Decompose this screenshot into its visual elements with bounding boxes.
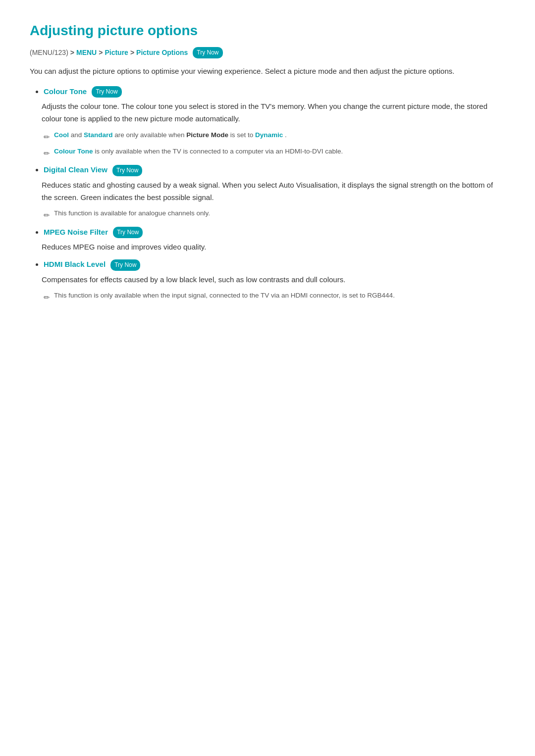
page-title: Adjusting picture options xyxy=(30,20,505,42)
list-item-mpeg-noise-filter: MPEG Noise Filter Try Now Reduces MPEG n… xyxy=(44,226,505,253)
colour-tone-description: Adjusts the colour tone. The colour tone… xyxy=(42,101,505,125)
digital-clean-view-note-1: ✏ This function is available for analogu… xyxy=(44,208,505,221)
colour-tone-try-now[interactable]: Try Now xyxy=(92,86,121,98)
cool-link[interactable]: Cool xyxy=(54,131,69,139)
pencil-icon-4: ✏ xyxy=(44,292,50,303)
mpeg-noise-filter-try-now[interactable]: Try Now xyxy=(113,227,143,238)
digital-clean-view-note-1-text: This function is available for analogue … xyxy=(54,208,505,219)
colour-tone-note-2: ✏ Colour Tone is only available when the… xyxy=(44,147,505,159)
breadcrumb-chevron2: > xyxy=(99,47,103,58)
pencil-icon-2: ✏ xyxy=(44,148,50,159)
breadcrumb: (MENU/123) > MENU > Picture > Picture Op… xyxy=(30,47,505,58)
colour-tone-note-2-text: Colour Tone is only available when the T… xyxy=(54,147,505,157)
hdmi-black-level-title: HDMI Black Level xyxy=(44,260,106,268)
pencil-icon-3: ✏ xyxy=(44,209,50,221)
list-item-digital-clean-view: Digital Clean View Try Now Reduces stati… xyxy=(44,164,505,221)
digital-clean-view-title: Digital Clean View xyxy=(44,165,107,174)
hdmi-black-level-try-now[interactable]: Try Now xyxy=(110,259,140,271)
breadcrumb-menu[interactable]: MENU xyxy=(76,47,97,58)
hdmi-black-level-note-1-text: This function is only available when the… xyxy=(54,291,505,301)
digital-clean-view-try-now[interactable]: Try Now xyxy=(112,165,142,176)
features-list: Colour Tone Try Now Adjusts the colour t… xyxy=(30,86,505,303)
colour-tone-note-1-text: Cool and Standard are only available whe… xyxy=(54,130,505,141)
pencil-icon-1: ✏ xyxy=(44,131,50,143)
colour-tone-ref: Colour Tone xyxy=(54,148,93,155)
breadcrumb-picture-options[interactable]: Picture Options xyxy=(136,47,188,58)
colour-tone-note-1: ✏ Cool and Standard are only available w… xyxy=(44,130,505,143)
breadcrumb-chevron1: > xyxy=(70,47,74,58)
mpeg-noise-filter-title: MPEG Noise Filter xyxy=(44,228,108,236)
mpeg-noise-filter-description: Reduces MPEG noise and improves video qu… xyxy=(42,241,505,253)
intro-text: You can adjust the picture options to op… xyxy=(30,65,505,78)
auto-visualisation-link[interactable]: Auto Visualisation xyxy=(279,181,338,189)
standard-link[interactable]: Standard xyxy=(84,131,113,139)
breadcrumb-part1: (MENU/123) xyxy=(30,47,68,58)
picture-mode-ref: Picture Mode xyxy=(186,131,228,139)
digital-clean-view-description: Reduces static and ghosting caused by a … xyxy=(42,179,505,204)
dynamic-link[interactable]: Dynamic xyxy=(255,131,283,139)
colour-tone-title: Colour Tone xyxy=(44,87,87,96)
breadcrumb-picture[interactable]: Picture xyxy=(105,47,128,58)
breadcrumb-try-now-badge[interactable]: Try Now xyxy=(193,47,222,58)
hdmi-black-level-note-1: ✏ This function is only available when t… xyxy=(44,291,505,303)
hdmi-black-level-description: Compensates for effects caused by a low … xyxy=(42,274,505,286)
list-item-hdmi-black-level: HDMI Black Level Try Now Compensates for… xyxy=(44,258,505,303)
breadcrumb-chevron3: > xyxy=(130,47,134,58)
list-item-colour-tone: Colour Tone Try Now Adjusts the colour t… xyxy=(44,86,505,159)
